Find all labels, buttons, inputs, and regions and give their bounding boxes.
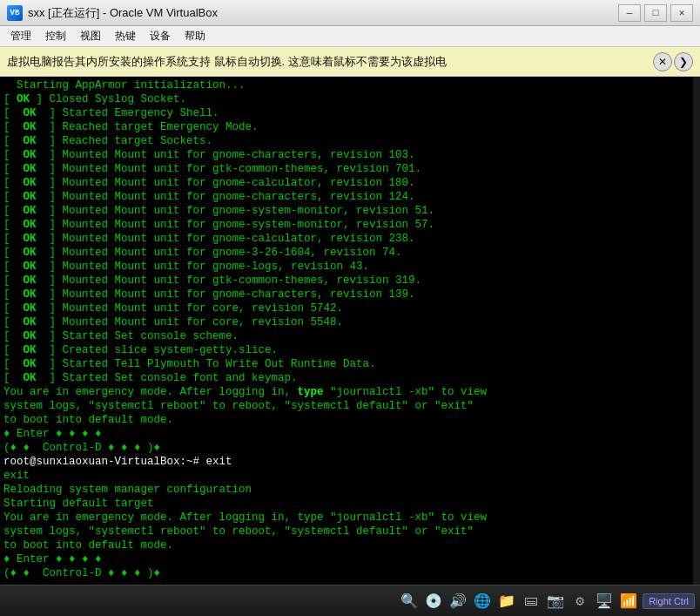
taskbar-icon-network[interactable]: 🌐: [472, 591, 493, 612]
notification-close-button[interactable]: ✕: [653, 52, 672, 71]
term-line: You are in emergency mode. After logging…: [3, 385, 697, 399]
term-line: [ OK ] Mounted Mount unit for gtk-common…: [3, 274, 697, 288]
notification-text: 虚拟电脑报告其内所安装的操作系统支持 鼠标自动切换. 这意味着鼠标不需要为该虚拟…: [7, 54, 447, 70]
term-line: [ OK ] Created slice system-getty.slice.: [3, 343, 697, 357]
term-line: system logs, "systemctl reboot" to reboo…: [3, 399, 697, 413]
term-line: [ OK ] Mounted Mount unit for core, revi…: [3, 315, 697, 329]
term-line: [ OK ] Mounted Mount unit for gnome-char…: [3, 190, 697, 204]
term-line: [ OK ] Mounted Mount unit for gnome-3-26…: [3, 246, 697, 260]
minimize-button[interactable]: —: [618, 4, 641, 22]
term-line: exit: [3, 469, 697, 483]
taskbar-icon-screen[interactable]: 🖥️: [594, 591, 615, 612]
term-line: Starting default target: [3, 497, 697, 511]
window-title: sxx [正在运行] - Oracle VM VirtualBox: [28, 5, 618, 21]
notification-arrow-button[interactable]: ❯: [674, 52, 693, 71]
taskbar-icon-camera[interactable]: 📷: [545, 591, 566, 612]
terminal-output: Starting AppArmor initialization... [ OK…: [0, 77, 700, 585]
term-line: (♦ ♦ Control-D ♦ ♦ ♦ )♦: [3, 566, 697, 580]
term-line: [ OK ] Mounted Mount unit for core, revi…: [3, 301, 697, 315]
term-line: [ OK ] Mounted Mount unit for gnome-syst…: [3, 204, 697, 218]
notification-banner: 虚拟电脑报告其内所安装的操作系统支持 鼠标自动切换. 这意味着鼠标不需要为该虚拟…: [0, 47, 700, 77]
term-line: ♦ Enter ♦ ♦ ♦ ♦: [3, 552, 697, 566]
term-line: [ OK ] Started Set console scheme.: [3, 329, 697, 343]
menu-help[interactable]: 帮助: [178, 27, 212, 45]
taskbar-icon-signal[interactable]: 📶: [618, 591, 639, 612]
menu-device[interactable]: 设备: [143, 27, 178, 45]
term-line: [ OK ] Mounted Mount unit for gnome-char…: [3, 288, 697, 301]
term-line: Reloading system manager configuration: [3, 483, 697, 497]
term-line: [ OK ] Mounted Mount unit for gnome-calc…: [3, 232, 697, 246]
term-line: [ OK ] Reached target Emergency Mode.: [3, 120, 697, 134]
term-line: [ OK ] Mounted Mount unit for gnome-logs…: [3, 260, 697, 274]
term-line: [ OK ] Mounted Mount unit for gtk-common…: [3, 162, 697, 176]
term-line: [ OK ] Closed Syslog Socket.: [3, 92, 697, 106]
taskbar-icon-settings[interactable]: ⚙️: [569, 591, 590, 612]
menu-bar: 管理 控制 视图 热键 设备 帮助: [0, 26, 700, 47]
term-line: system logs, "systemctl reboot" to reboo…: [3, 525, 697, 538]
term-line: [ OK ] Mounted Mount unit for gnome-calc…: [3, 176, 697, 190]
taskbar-icon-usb[interactable]: 🖴: [521, 591, 542, 612]
taskbar-icon-audio[interactable]: 🔊: [448, 591, 468, 612]
menu-hotkey[interactable]: 热键: [108, 27, 143, 45]
term-line: [ OK ] Started Set console font and keym…: [3, 371, 697, 385]
term-line: Starting AppArmor initialization...: [3, 78, 697, 92]
term-line-prompt: root@sunxiaoxuan-VirtualBox:~# exit: [3, 455, 697, 469]
notification-controls: ✕ ❯: [653, 52, 693, 71]
term-line: to boot into default mode.: [3, 413, 697, 427]
term-line: [ OK ] Reached target Sockets.: [3, 134, 697, 148]
taskbar: 🔍 💿 🔊 🌐 📁 🖴 📷 ⚙️ 🖥️ 📶 Right Ctrl: [0, 585, 700, 616]
term-line: [ OK ] Started Emergency Shell.: [3, 106, 697, 120]
menu-control[interactable]: 控制: [38, 27, 73, 45]
window-controls: — □ ✕: [618, 4, 693, 22]
close-button[interactable]: ✕: [670, 4, 693, 22]
menu-view[interactable]: 视图: [73, 27, 108, 45]
term-line: You are in emergency mode. After logging…: [3, 511, 697, 525]
term-line: (♦ ♦ Control-D ♦ ♦ ♦ )♦: [3, 441, 697, 455]
term-line: [ OK ] Mounted Mount unit for gnome-syst…: [3, 218, 697, 232]
term-line: ♦ Enter ♦ ♦ ♦ ♦: [3, 427, 697, 441]
right-ctrl-label: Right Ctrl: [643, 593, 695, 609]
title-bar: VB sxx [正在运行] - Oracle VM VirtualBox — □…: [0, 0, 700, 26]
term-line: [ OK ] Mounted Mount unit for gnome-char…: [3, 148, 697, 162]
terminal-scrollbar[interactable]: [693, 77, 700, 585]
app-icon: VB: [7, 5, 23, 21]
term-line: [ OK ] Started Tell Plymouth To Write Ou…: [3, 357, 697, 371]
taskbar-icon-folder[interactable]: 📁: [496, 591, 517, 612]
term-line: to boot into default mode.: [3, 538, 697, 552]
taskbar-icon-disc[interactable]: 💿: [423, 591, 444, 612]
menu-manage[interactable]: 管理: [3, 27, 38, 45]
taskbar-icon-search[interactable]: 🔍: [399, 591, 420, 612]
maximize-button[interactable]: □: [644, 4, 667, 22]
